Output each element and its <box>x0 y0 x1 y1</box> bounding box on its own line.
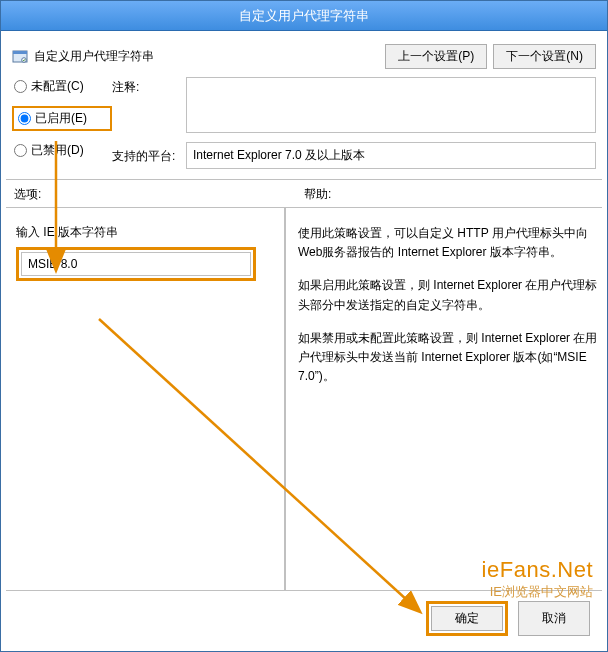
ie-version-highlight-box <box>16 247 256 281</box>
window-title: 自定义用户代理字符串 <box>239 7 369 25</box>
ok-highlight-box: 确定 <box>426 601 508 636</box>
options-panel: 输入 IE 版本字符串 <box>6 208 286 590</box>
help-panel: 使用此策略设置，可以自定义 HTTP 用户代理标头中向 Web服务器报告的 In… <box>286 208 602 590</box>
next-setting-button[interactable]: 下一个设置(N) <box>493 44 596 69</box>
header-subtitle: 自定义用户代理字符串 <box>34 48 154 65</box>
platform-label: 支持的平台: <box>112 146 186 165</box>
radio-not-configured-input[interactable] <box>14 80 27 93</box>
cancel-button[interactable]: 取消 <box>518 601 590 636</box>
ie-version-input[interactable] <box>21 252 251 276</box>
platform-value: Internet Explorer 7.0 及以上版本 <box>186 142 596 169</box>
svg-rect-1 <box>13 51 27 54</box>
options-section-label: 选项: <box>14 186 294 203</box>
radio-not-configured-label: 未配置(C) <box>31 78 84 95</box>
dialog-button-bar: 确定 取消 <box>6 591 602 646</box>
prev-setting-button[interactable]: 上一个设置(P) <box>385 44 487 69</box>
policy-icon <box>12 49 28 65</box>
help-paragraph-1: 使用此策略设置，可以自定义 HTTP 用户代理标头中向 Web服务器报告的 In… <box>298 224 598 262</box>
top-section: 自定义用户代理字符串 上一个设置(P) 下一个设置(N) 未配置(C) 已启用(… <box>6 36 602 180</box>
radio-enabled-input[interactable] <box>18 112 31 125</box>
nav-button-group: 上一个设置(P) 下一个设置(N) <box>385 44 596 69</box>
state-radio-group: 未配置(C) 已启用(E) 已禁用(D) <box>12 77 112 160</box>
help-paragraph-3: 如果禁用或未配置此策略设置，则 Internet Explorer 在用户代理标… <box>298 329 598 387</box>
radio-enabled[interactable]: 已启用(E) <box>12 106 112 131</box>
help-paragraph-2: 如果启用此策略设置，则 Internet Explorer 在用户代理标头部分中… <box>298 276 598 314</box>
platform-cell: Internet Explorer 7.0 及以上版本 <box>186 142 596 169</box>
radio-enabled-label: 已启用(E) <box>35 110 87 127</box>
section-labels: 选项: 帮助: <box>6 180 602 207</box>
ie-version-label: 输入 IE 版本字符串 <box>16 224 274 241</box>
radio-disabled[interactable]: 已禁用(D) <box>12 141 112 160</box>
comment-textarea[interactable] <box>186 77 596 133</box>
radio-disabled-label: 已禁用(D) <box>31 142 84 159</box>
config-grid: 未配置(C) 已启用(E) 已禁用(D) 注释: 支持的平台: Internet… <box>12 77 596 169</box>
ok-button[interactable]: 确定 <box>431 606 503 631</box>
radio-not-configured[interactable]: 未配置(C) <box>12 77 112 96</box>
header-left: 自定义用户代理字符串 <box>12 48 154 65</box>
help-section-label: 帮助: <box>294 186 594 203</box>
dialog-content: 自定义用户代理字符串 上一个设置(P) 下一个设置(N) 未配置(C) 已启用(… <box>1 31 607 651</box>
header-row: 自定义用户代理字符串 上一个设置(P) 下一个设置(N) <box>12 44 596 69</box>
comment-label: 注释: <box>112 77 186 96</box>
radio-disabled-input[interactable] <box>14 144 27 157</box>
comment-cell <box>186 77 596 136</box>
window-titlebar: 自定义用户代理字符串 <box>1 1 607 31</box>
lower-section: 输入 IE 版本字符串 使用此策略设置，可以自定义 HTTP 用户代理标头中向 … <box>6 207 602 591</box>
